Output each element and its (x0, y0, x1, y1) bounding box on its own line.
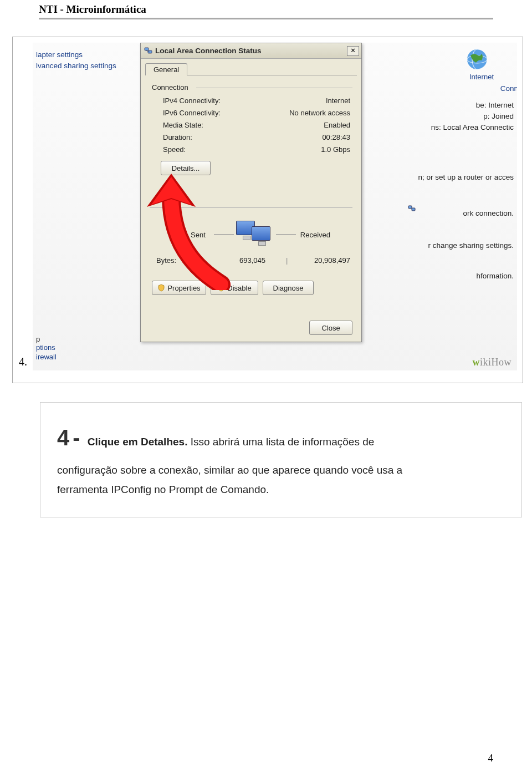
ipv6-value: No network access (289, 109, 350, 117)
disable-button[interactable]: Disable (211, 281, 258, 295)
bg-text-information: hformation. (476, 272, 514, 280)
svg-rect-3 (408, 206, 412, 209)
caption-line3: ferramenta IPConfig no Prompt de Comando… (57, 480, 506, 499)
details-button-label: Details... (172, 164, 200, 172)
bytes-sent-value: 693,045 (239, 256, 265, 265)
network-icon (144, 47, 153, 55)
svg-rect-4 (412, 208, 415, 211)
shield-icon (217, 284, 225, 292)
ipv6-label: IPv6 Connectivity: (163, 109, 221, 117)
shield-icon (157, 284, 165, 292)
activity-line-left (214, 234, 234, 235)
activity-icon (236, 221, 291, 254)
bg-text-sharing-settings: r change sharing settings. (428, 241, 514, 250)
bg-text-router: n; or set up a router or acces (418, 173, 514, 181)
bg-text-ork-connection: ork connection. (463, 209, 514, 217)
dialog-titlebar: Local Area Connection Status × (141, 43, 361, 59)
diagnose-button-label: Diagnose (273, 284, 304, 292)
internet-label: Internet (469, 73, 494, 81)
duration-value: 00:28:43 (322, 133, 350, 141)
row-duration: Duration: 00:28:43 (163, 133, 350, 141)
row-speed: Speed: 1.0 Gbps (163, 145, 350, 154)
ipv4-label: IPv4 Connectivity: (163, 96, 221, 105)
svg-rect-6 (148, 50, 152, 53)
speed-value: 1.0 Gbps (321, 145, 350, 154)
bg-text-ns-lac-text: ns: Local Area Connectic (431, 123, 514, 131)
network-mini-icon (408, 205, 416, 212)
tab-general[interactable]: General (145, 63, 187, 75)
bg-text-options: ptions (36, 343, 55, 352)
row-bytes: Bytes: 693,045 | 20,908,497 (156, 256, 350, 265)
disable-button-label: Disable (227, 284, 251, 292)
bg-text-p: p (36, 335, 40, 343)
screenshot: lapter settings lvanced sharing settings… (33, 43, 517, 370)
activity-received-label: Received (300, 231, 330, 239)
properties-button[interactable]: Properties (152, 281, 206, 295)
svg-rect-5 (145, 48, 149, 50)
caption-bold: Clique em Detalhes. (88, 436, 188, 448)
bg-text-firewall: irewall (36, 353, 57, 361)
connection-status-dialog: Local Area Connection Status × General C… (140, 43, 362, 342)
page-number: 4 (488, 752, 494, 764)
close-button[interactable]: Close (309, 321, 352, 335)
row-ipv6: IPv6 Connectivity: No network access (163, 109, 350, 117)
caption-rest1: Isso abrirá uma lista de informações de (187, 436, 374, 448)
header-rule-2 (39, 19, 493, 20)
bg-text-ns-lac: ns: Local Area Connectic (422, 123, 514, 131)
document-header: NTI - Microinformática (39, 0, 493, 17)
activity-sent-label: Sent (191, 231, 206, 239)
header-rule-1 (39, 18, 493, 19)
group-connection-label: Connection (152, 83, 188, 92)
wikihow-watermark: wikiHow (472, 357, 511, 368)
bg-text-p-joined: p: Joined (483, 112, 514, 120)
bg-text-adapter-settings: lapter settings (36, 50, 83, 59)
bg-text-advanced-sharing: lvanced sharing settings (36, 62, 116, 70)
step-caption: 4- Clique em Detalhes. Isso abrirá uma l… (40, 402, 522, 517)
media-state-label: Media State: (163, 121, 203, 129)
dialog-close-button[interactable]: × (347, 46, 359, 56)
caption-line2: configuração sobre a conexão, similar ao… (57, 460, 506, 480)
row-media-state: Media State: Enabled (163, 121, 350, 129)
duration-label: Duration: (163, 133, 192, 141)
close-button-label: Close (321, 324, 340, 332)
step-number-big: 4 (57, 425, 69, 450)
internet-globe-icon (465, 47, 489, 72)
dialog-title: Local Area Connection Status (155, 47, 347, 55)
bytes-recv-value: 20,908,497 (314, 256, 350, 265)
details-button[interactable]: Details... (161, 161, 211, 175)
bg-text-be-internet: be: Internet (476, 101, 514, 109)
bytes-label: Bytes: (156, 256, 176, 265)
media-state-value: Enabled (324, 121, 350, 129)
properties-button-label: Properties (167, 284, 200, 292)
ipv4-value: Internet (326, 96, 350, 105)
figure-container: 4. lapter settings lvanced sharing setti… (12, 37, 523, 383)
step-dash: - (73, 425, 80, 450)
bg-text-conn: Conn (500, 84, 517, 93)
row-ipv4: IPv4 Connectivity: Internet (163, 96, 350, 105)
diagnose-button[interactable]: Diagnose (263, 281, 314, 295)
step-marker: 4. (19, 355, 27, 368)
speed-label: Speed: (163, 145, 186, 154)
